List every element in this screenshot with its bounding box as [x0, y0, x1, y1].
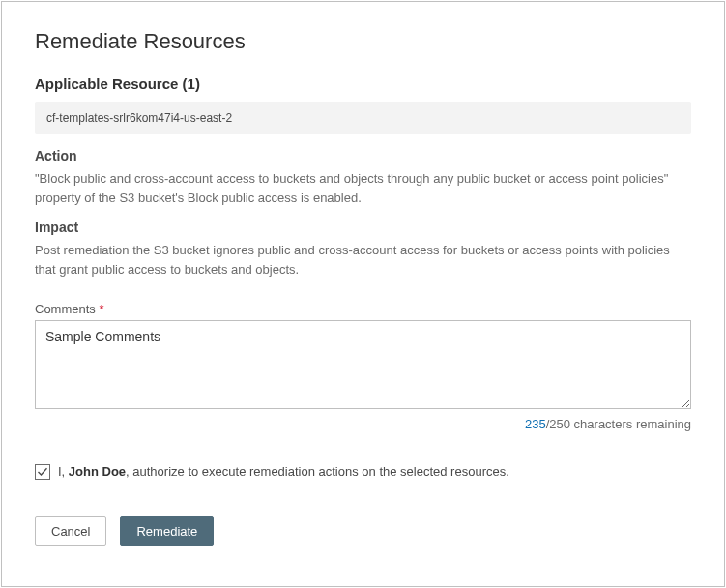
impact-heading: Impact — [35, 220, 691, 235]
impact-text: Post remediation the S3 bucket ignores p… — [35, 241, 691, 279]
cancel-button[interactable]: Cancel — [35, 516, 106, 546]
remediate-button[interactable]: Remediate — [120, 516, 214, 546]
check-icon — [37, 466, 48, 478]
authorize-prefix: I, — [58, 464, 69, 479]
page-title: Remediate Resources — [35, 29, 691, 54]
authorize-checkbox[interactable] — [35, 464, 50, 480]
button-row: Cancel Remediate — [35, 516, 691, 546]
action-text: "Block public and cross-account access t… — [35, 169, 691, 208]
resource-row: cf-templates-srlr6kom47i4-us-east-2 — [35, 102, 691, 134]
remaining-suffix: /250 characters remaining — [546, 417, 691, 431]
comments-label: Comments * — [35, 302, 691, 316]
authorize-suffix: , authorize to execute remediation actio… — [126, 464, 509, 479]
applicable-resource-heading: Applicable Resource (1) — [35, 75, 691, 92]
remediate-panel: Remediate Resources Applicable Resource … — [1, 1, 725, 587]
resource-name: cf-templates-srlr6kom47i4-us-east-2 — [46, 111, 232, 125]
required-marker: * — [99, 302, 103, 316]
authorize-row: I, John Doe, authorize to execute remedi… — [35, 464, 691, 480]
action-heading: Action — [35, 148, 691, 163]
authorize-name: John Doe — [69, 464, 126, 479]
authorize-text: I, John Doe, authorize to execute remedi… — [58, 464, 509, 479]
remaining-count: 235 — [525, 417, 546, 431]
comments-label-text: Comments — [35, 302, 96, 316]
character-counter: 235/250 characters remaining — [35, 417, 691, 431]
comments-input[interactable] — [35, 320, 691, 409]
